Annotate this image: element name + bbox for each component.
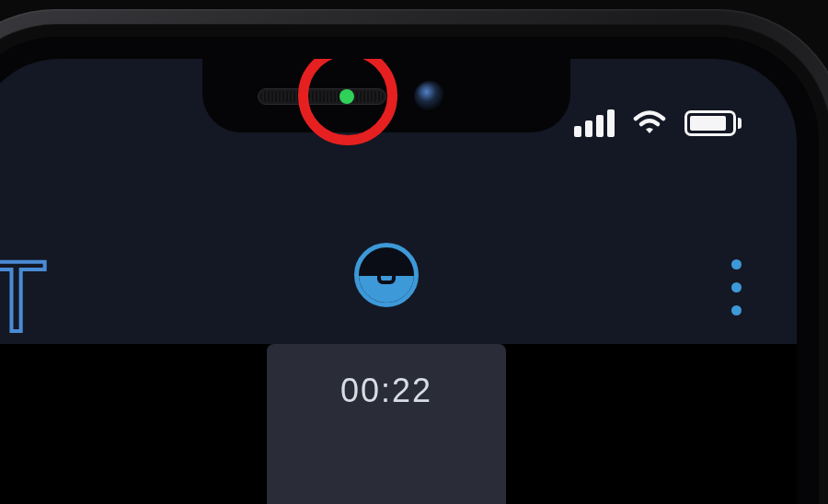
phone-frame: 00:22 T	[0, 9, 828, 504]
phone-bezel-outer: 00:22 T	[0, 24, 828, 504]
wifi-icon	[631, 109, 668, 137]
earpiece-speaker	[258, 88, 386, 105]
camera-in-use-indicator-icon	[339, 89, 354, 104]
more-options-icon	[731, 259, 742, 269]
app-toolbar: T	[0, 234, 797, 344]
display-notch	[202, 59, 570, 132]
phone-screen: 00:22 T	[0, 59, 797, 504]
front-camera-lens	[414, 81, 445, 112]
cellular-signal-icon	[574, 109, 615, 137]
battery-icon	[684, 110, 742, 136]
app-title-partial-glyph: T	[0, 237, 47, 354]
more-options-button[interactable]	[722, 250, 751, 325]
more-options-icon	[731, 282, 742, 292]
recording-button[interactable]	[354, 243, 419, 307]
stop-icon	[377, 266, 396, 284]
status-bar[interactable]	[574, 109, 742, 137]
phone-bezel-inner: 00:22 T	[0, 37, 819, 504]
speaker-mesh	[260, 91, 384, 102]
recording-timer: 00:22	[267, 372, 506, 410]
more-options-icon	[731, 305, 742, 315]
recording-timer-panel: 00:22	[267, 344, 506, 504]
